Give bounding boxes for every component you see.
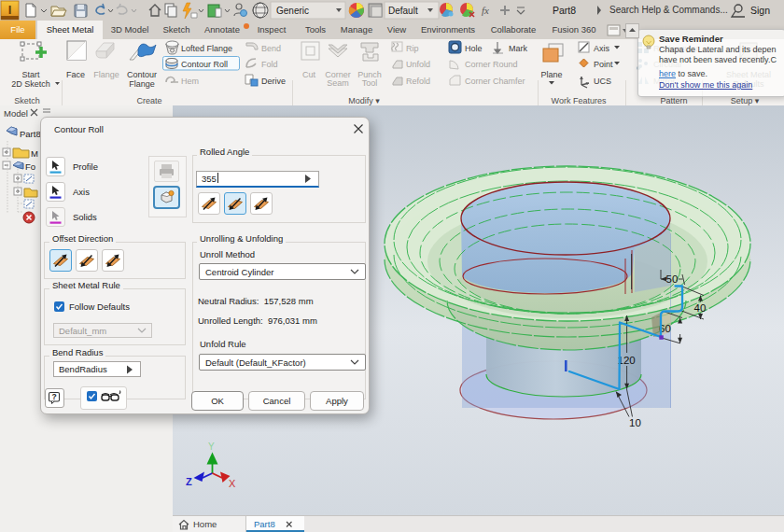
svg-text:2D Sketch: 2D Sketch: [11, 79, 50, 89]
svg-text:Seam: Seam: [327, 78, 349, 88]
svg-text:Flange: Flange: [93, 70, 119, 79]
svg-text:10: 10: [629, 417, 641, 428]
svg-text:40: 40: [694, 302, 707, 314]
svg-text:Bend: Bend: [261, 44, 281, 53]
svg-text:Face: Face: [66, 70, 85, 79]
svg-text:Start: Start: [21, 70, 40, 79]
svg-text:Contour Roll: Contour Roll: [181, 60, 228, 69]
svg-text:Generic: Generic: [276, 6, 309, 16]
svg-text:Fold: Fold: [261, 60, 278, 69]
svg-text:Model: Model: [4, 108, 28, 119]
svg-text:Rip: Rip: [406, 44, 419, 53]
svg-text:Flange: Flange: [129, 79, 155, 89]
svg-text:Fo: Fo: [25, 161, 35, 172]
svg-text:fx: fx: [482, 5, 489, 16]
svg-text:Hole: Hole: [465, 44, 483, 53]
svg-text:?: ?: [52, 392, 57, 401]
svg-text:Unfold: Unfold: [406, 60, 430, 69]
svg-text:50: 50: [666, 273, 679, 285]
svg-text:Part8: Part8: [553, 5, 576, 16]
svg-text:Mark: Mark: [509, 44, 527, 53]
svg-text:Corner Round: Corner Round: [465, 60, 518, 69]
svg-text:Corner Chamfer: Corner Chamfer: [465, 77, 525, 86]
svg-text:Hem: Hem: [181, 77, 199, 86]
svg-text:Point: Point: [594, 60, 613, 69]
svg-text:M: M: [31, 148, 38, 159]
svg-text:Z: Z: [186, 476, 192, 487]
svg-text:I: I: [8, 3, 12, 17]
svg-text:Part8: Part8: [20, 129, 41, 139]
svg-text:Default: Default: [388, 6, 418, 16]
svg-text:Axis: Axis: [594, 44, 610, 53]
svg-text:Tool: Tool: [362, 78, 378, 88]
svg-text:X: X: [229, 478, 236, 489]
svg-text:Y: Y: [208, 441, 215, 452]
svg-text:Derive: Derive: [261, 77, 286, 86]
svg-text:UCS: UCS: [594, 77, 611, 86]
svg-text:Lofted Flange: Lofted Flange: [181, 44, 232, 53]
svg-text:Search Help & Commands...: Search Help & Commands...: [609, 5, 728, 15]
svg-text:Plane: Plane: [540, 70, 562, 79]
svg-text:Refold: Refold: [406, 77, 430, 86]
svg-text:Cut: Cut: [302, 70, 316, 79]
svg-text:Sign: Sign: [750, 5, 770, 16]
svg-text:Contour: Contour: [127, 70, 157, 79]
